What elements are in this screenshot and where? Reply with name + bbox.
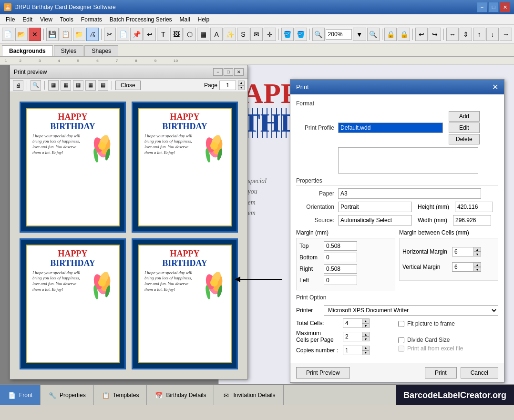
font-button[interactable]: A [210, 28, 223, 41]
copies-up[interactable]: ▲ [362, 346, 370, 350]
bucket-button[interactable]: 🪣 [281, 28, 294, 41]
copies-input[interactable] [343, 346, 362, 355]
zoomin-button[interactable]: 🔍 [312, 28, 325, 41]
undo2-button[interactable]: ↩ [415, 28, 428, 41]
source-input[interactable] [338, 215, 412, 225]
width-input[interactable] [453, 215, 491, 225]
page-spin[interactable]: ▲ ▼ [238, 81, 245, 90]
h-margin-up[interactable]: ▲ [473, 247, 481, 252]
bottom-tab-invitation[interactable]: ✉ Invitation Details [214, 385, 283, 405]
lock2-button[interactable]: 🔒 [398, 28, 410, 41]
pp-zoom[interactable]: 🔍 [31, 80, 41, 91]
page-input[interactable] [219, 81, 236, 90]
pp-close[interactable]: ✕ [234, 68, 244, 76]
orientation-input[interactable] [338, 202, 412, 212]
arrange2-button[interactable]: ⇕ [460, 28, 472, 41]
h-margin-spin-btns[interactable]: ▲ ▼ [473, 247, 481, 256]
zoom-dropdown[interactable]: ▼ [353, 28, 366, 41]
add-button[interactable]: Add [449, 111, 480, 122]
paper-input[interactable] [338, 188, 481, 199]
flip2-button[interactable]: ↓ [486, 28, 499, 41]
open-button[interactable]: 📂 [15, 28, 28, 41]
minimize-button[interactable]: − [477, 2, 487, 12]
tab-styles[interactable]: Styles [54, 45, 84, 56]
image-button[interactable]: 🖼 [170, 28, 183, 41]
max-cells-input[interactable] [343, 332, 362, 341]
saveas-button[interactable]: 📋 [60, 28, 72, 41]
pp-layout5[interactable]: ▦ [98, 80, 108, 91]
print-preview-button[interactable]: Print Preview [296, 367, 350, 379]
bucket2-button[interactable]: 🪣 [295, 28, 307, 41]
total-cells-spin-btns[interactable]: ▲ ▼ [362, 318, 370, 328]
barcode-button[interactable]: ▦ [197, 28, 209, 41]
zoomout-button[interactable]: 🔍 [367, 28, 380, 41]
save2-button[interactable]: 💾 [46, 28, 59, 41]
dialog-close-icon[interactable]: ✕ [492, 82, 498, 92]
shape-button[interactable]: ⬡ [184, 28, 196, 41]
maximize-button[interactable]: □ [488, 2, 499, 12]
divide-card-checkbox[interactable] [398, 337, 404, 343]
zoom-input[interactable] [326, 29, 352, 40]
pp-minimize[interactable]: − [213, 68, 223, 76]
text-button[interactable]: T [157, 28, 169, 41]
envelope-button[interactable]: ✉ [250, 28, 263, 41]
total-cells-input[interactable] [343, 318, 362, 328]
copies-down[interactable]: ▼ [362, 350, 370, 355]
undo-button[interactable]: ↩ [144, 28, 156, 41]
max-down[interactable]: ▼ [362, 337, 370, 341]
h-margin-input[interactable] [452, 247, 473, 256]
page-down[interactable]: ▼ [238, 85, 245, 90]
menu-file[interactable]: File [2, 15, 19, 24]
v-margin-up[interactable]: ▲ [473, 262, 481, 267]
h-margin-down[interactable]: ▼ [473, 252, 481, 256]
copy-button[interactable]: 📄 [117, 28, 129, 41]
pp-controls[interactable]: − □ ✕ [213, 68, 244, 76]
pp-layout1[interactable]: ▦ [48, 80, 59, 91]
print-profile-input[interactable] [338, 123, 443, 133]
bottom-tab-templates[interactable]: 📋 Templates [94, 385, 147, 405]
pp-layout4[interactable]: ▦ [85, 80, 96, 91]
title-bar-controls[interactable]: − □ ✕ [477, 2, 510, 12]
fit-picture-checkbox[interactable] [398, 321, 404, 327]
flip-button[interactable]: ↑ [473, 28, 485, 41]
max-up[interactable]: ▲ [362, 332, 370, 337]
pp-maximize[interactable]: □ [224, 68, 233, 76]
open2-button[interactable]: 📁 [73, 28, 85, 41]
print-button[interactable]: Print [425, 367, 457, 379]
bottom-tab-front[interactable]: 📄 Front [0, 385, 41, 405]
close-button[interactable]: ✕ [500, 2, 510, 12]
menu-formats[interactable]: Formats [77, 15, 106, 24]
total-up[interactable]: ▲ [362, 318, 370, 323]
right-input[interactable] [324, 264, 357, 274]
redo-button[interactable]: ↪ [429, 28, 441, 41]
print-button[interactable]: 🖨 [86, 28, 99, 41]
arrange-button[interactable]: ↔ [446, 28, 459, 41]
height-input[interactable] [455, 202, 493, 212]
tab-backgrounds[interactable]: Backgrounds [2, 45, 53, 56]
paste-button[interactable]: 📌 [130, 28, 143, 41]
tab-shapes[interactable]: Shapes [84, 45, 118, 56]
bottom-input[interactable] [324, 253, 357, 262]
left-input[interactable] [324, 276, 357, 285]
printer-select[interactable]: Microsoft XPS Document Writer [324, 305, 498, 316]
fliph-button[interactable]: → [500, 28, 512, 41]
crosshair-button[interactable]: ✛ [264, 28, 276, 41]
bottom-tab-birthday[interactable]: 📅 Birthday Details [147, 385, 214, 405]
total-down[interactable]: ▼ [362, 323, 370, 328]
pp-layout3[interactable]: ▦ [73, 80, 83, 91]
menu-view[interactable]: View [36, 15, 56, 24]
bottom-tab-properties[interactable]: 🔧 Properties [41, 385, 94, 405]
max-cells-spin-btns[interactable]: ▲ ▼ [362, 332, 370, 341]
cut-button[interactable]: ✂ [104, 28, 116, 41]
print-excel-checkbox[interactable] [398, 346, 404, 352]
new-button[interactable]: 📄 [2, 28, 14, 41]
cancel-button[interactable]: Cancel [461, 367, 498, 379]
edit-button[interactable]: Edit [449, 123, 480, 133]
top-input[interactable] [324, 241, 357, 251]
v-margin-down[interactable]: ▼ [473, 267, 481, 272]
copies-spin-btns[interactable]: ▲ ▼ [362, 346, 370, 355]
menu-tools[interactable]: Tools [56, 15, 77, 24]
menu-edit[interactable]: Edit [19, 15, 36, 24]
v-margin-input[interactable] [452, 262, 473, 272]
menu-batch[interactable]: Batch Processing Series [106, 15, 176, 24]
